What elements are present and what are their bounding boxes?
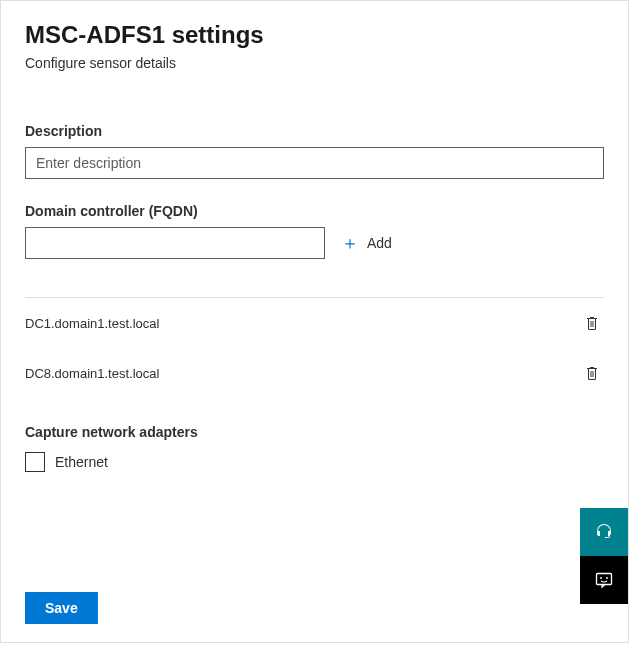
plus-icon: ＋ <box>341 234 359 252</box>
dc-name: DC8.domain1.test.local <box>25 366 159 381</box>
delete-button[interactable] <box>580 311 604 335</box>
description-input[interactable] <box>25 147 604 179</box>
adapter-label: Ethernet <box>55 454 108 470</box>
floating-actions <box>580 508 628 604</box>
add-button[interactable]: ＋ Add <box>335 230 398 256</box>
feedback-icon <box>594 570 614 590</box>
page-subtitle: Configure sensor details <box>25 55 604 71</box>
domain-controller-list: DC1.domain1.test.local DC8.domain1.test.… <box>25 298 604 398</box>
list-item: DC8.domain1.test.local <box>25 348 604 398</box>
fqdn-label: Domain controller (FQDN) <box>25 203 604 219</box>
dc-name: DC1.domain1.test.local <box>25 316 159 331</box>
fqdn-field-group: Domain controller (FQDN) ＋ Add <box>25 203 604 259</box>
settings-panel: MSC-ADFS1 settings Configure sensor deta… <box>0 0 629 643</box>
save-button[interactable]: Save <box>25 592 98 624</box>
save-button-label: Save <box>45 600 78 616</box>
description-label: Description <box>25 123 604 139</box>
headset-icon <box>594 522 614 542</box>
trash-icon <box>584 315 600 331</box>
capture-label: Capture network adapters <box>25 424 604 440</box>
add-button-label: Add <box>367 235 392 251</box>
capture-adapters-section: Capture network adapters Ethernet <box>25 424 604 472</box>
description-field-group: Description <box>25 123 604 179</box>
trash-icon <box>584 365 600 381</box>
adapter-checkbox[interactable] <box>25 452 45 472</box>
support-button[interactable] <box>580 508 628 556</box>
svg-rect-0 <box>597 574 612 585</box>
svg-point-2 <box>606 577 608 579</box>
page-title: MSC-ADFS1 settings <box>25 21 604 49</box>
list-item: DC1.domain1.test.local <box>25 298 604 348</box>
fqdn-input[interactable] <box>25 227 325 259</box>
svg-point-1 <box>600 577 602 579</box>
adapter-row: Ethernet <box>25 452 604 472</box>
delete-button[interactable] <box>580 361 604 385</box>
feedback-button[interactable] <box>580 556 628 604</box>
